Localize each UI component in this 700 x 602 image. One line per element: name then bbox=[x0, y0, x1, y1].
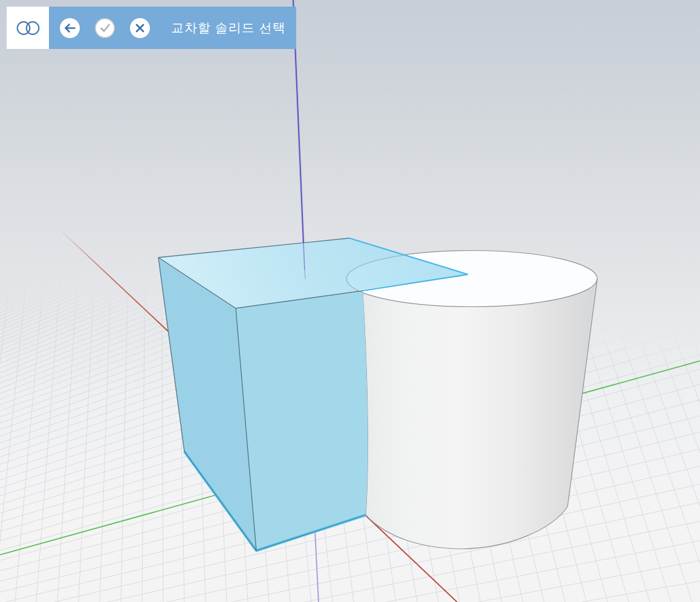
checkmark-icon bbox=[98, 21, 112, 35]
tool-toolbar: 교차할 솔리드 선택 bbox=[7, 7, 296, 49]
close-x-icon bbox=[133, 21, 147, 35]
intersect-circles-icon bbox=[7, 7, 49, 49]
tool-prompt-bar: 교차할 솔리드 선택 bbox=[49, 7, 296, 49]
z-axis-line-negative bbox=[315, 531, 319, 602]
tool-prompt-title: 교차할 솔리드 선택 bbox=[171, 19, 286, 36]
viewport-3d[interactable] bbox=[0, 0, 700, 602]
back-arrow-icon bbox=[63, 21, 77, 35]
cylinder-body bbox=[363, 279, 597, 549]
cylinder-solid[interactable] bbox=[346, 251, 597, 549]
z-axis-fade-tail bbox=[305, 270, 305, 279]
back-button[interactable] bbox=[60, 18, 80, 38]
confirm-button[interactable] bbox=[95, 18, 115, 38]
cancel-button[interactable] bbox=[130, 18, 150, 38]
intersect-tool-badge bbox=[7, 7, 49, 49]
cube-right-face bbox=[236, 291, 368, 551]
